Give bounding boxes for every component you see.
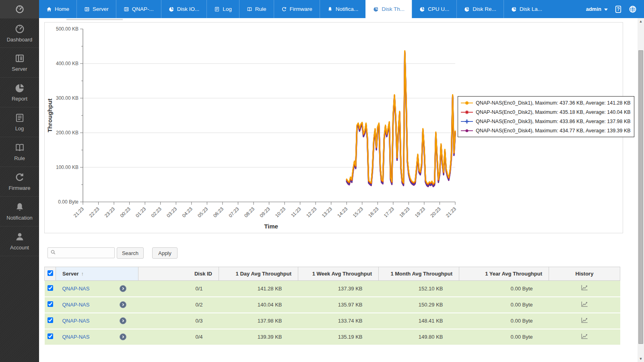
svg-text:00:23: 00:23 (119, 206, 132, 218)
caret-down-icon (604, 6, 608, 12)
bell-icon (14, 202, 25, 212)
column-header-year[interactable]: 1 Year Avg Throughput (459, 267, 549, 281)
svg-text:03:23: 03:23 (165, 206, 178, 218)
app-logo[interactable] (0, 0, 39, 18)
nav-tab-notifica[interactable]: Notifica... (320, 0, 365, 18)
sidebar-item-account[interactable]: Account (0, 226, 39, 256)
legend-label: QNAP-NAS(Enc0_Disk2), Maximum: 435.18 KB… (476, 109, 631, 115)
svg-text:19:23: 19:23 (414, 206, 426, 218)
year-avg-cell: 0.00 Byte (459, 297, 549, 313)
column-header-month[interactable]: 1 Month Avg Throughput (379, 267, 459, 281)
nav-tab-home[interactable]: Home (39, 0, 76, 18)
sidebar-item-server[interactable]: Server (0, 48, 39, 78)
help-icon[interactable]: ? (614, 5, 622, 13)
history-chart-button[interactable] (580, 301, 588, 308)
svg-text:06:23: 06:23 (212, 206, 225, 218)
svg-text:08:23: 08:23 (243, 206, 256, 218)
svg-text:14:23: 14:23 (336, 206, 349, 218)
year-avg-cell: 0.00 Byte (459, 313, 549, 329)
nav-tab-disk-io[interactable]: Disk IO... (161, 0, 207, 18)
column-header-day[interactable]: 1 Day Avg Throughput (219, 267, 298, 281)
sidebar-item-report[interactable]: Report (0, 78, 39, 107)
nav-tab-label: Home (55, 6, 69, 12)
nav-tab-disk-la[interactable]: Disk La... (504, 0, 549, 18)
table-header-row: Server↑Disk ID1 Day Avg Throughput1 Week… (45, 267, 620, 281)
row-checkbox[interactable] (47, 285, 53, 291)
select-all-checkbox[interactable] (47, 270, 53, 276)
row-checkbox[interactable] (47, 333, 53, 339)
scrollbar-thumb[interactable] (638, 50, 643, 344)
nav-tab-log[interactable]: Log (206, 0, 239, 18)
nav-tab-label: Log (223, 6, 232, 12)
server-link[interactable]: QNAP-NAS (62, 318, 90, 324)
doc-icon (14, 113, 25, 123)
nav-tab-firmware[interactable]: Firmware (274, 0, 320, 18)
pie-icon (511, 6, 517, 12)
sort-asc-icon: ↑ (81, 271, 84, 277)
row-checkbox[interactable] (47, 317, 53, 323)
svg-text:04:23: 04:23 (181, 206, 194, 218)
svg-text:21:23: 21:23 (445, 206, 457, 218)
search-input[interactable] (58, 250, 112, 256)
row-checkbox[interactable] (47, 301, 53, 307)
pie-icon (14, 83, 25, 93)
table-row: QNAP-NAS0/2140.04 KB135.97 KB150.29 KB0.… (45, 297, 620, 313)
scroll-down-arrow[interactable]: ▼ (638, 356, 644, 362)
month-avg-cell: 150.29 KB (379, 297, 459, 313)
select-all-checkbox-cell[interactable] (45, 267, 56, 281)
history-chart-button[interactable] (580, 284, 588, 291)
server-link[interactable]: QNAP-NAS (62, 334, 90, 340)
column-header-disk_id[interactable]: Disk ID (138, 267, 219, 281)
nav-tab-label: Firmware (290, 6, 312, 12)
search-button[interactable]: Search (117, 247, 144, 259)
sidebar-item-rule[interactable]: Rule (0, 137, 39, 167)
server-disk-table: Server↑Disk ID1 Day Avg Throughput1 Week… (44, 267, 620, 346)
week-avg-cell: 133.74 KB (298, 313, 379, 329)
column-header-week[interactable]: 1 Week Avg Throughput (298, 267, 379, 281)
week-avg-cell: 135.19 KB (298, 329, 379, 345)
history-chart-button[interactable] (580, 317, 588, 324)
svg-text:300.00 KB: 300.00 KB (56, 95, 78, 101)
server-link[interactable]: QNAP-NAS (62, 302, 90, 308)
nav-tab-cpu-u[interactable]: CPU U... (412, 0, 456, 18)
nav-tab-qnap[interactable]: QNAP-... (116, 0, 161, 18)
nav-tab-disk-re[interactable]: Disk Re... (456, 0, 504, 18)
apply-button[interactable]: Apply (152, 247, 178, 259)
sidebar-item-firmware[interactable]: Firmware (0, 167, 39, 197)
nav-tab-label: Notifica... (336, 6, 358, 12)
chevron-right-icon (121, 286, 125, 291)
day-avg-cell: 140.04 KB (219, 297, 298, 313)
scroll-up-arrow[interactable]: ▲ (638, 18, 644, 25)
svg-text:100.00 KB: 100.00 KB (56, 165, 78, 170)
svg-text:13:23: 13:23 (321, 206, 333, 218)
table-row: QNAP-NAS0/4139.39 KB135.19 KB149.80 KB0.… (45, 329, 620, 345)
expand-row-button[interactable] (120, 317, 126, 324)
expand-row-button[interactable] (120, 301, 126, 308)
nav-tab-rule[interactable]: Rule (239, 0, 274, 18)
user-menu[interactable]: admin (586, 6, 608, 12)
nav-tab-label: Disk IO... (177, 6, 200, 12)
search-box (47, 247, 115, 258)
nav-tab-server[interactable]: Server (76, 0, 116, 18)
sidebar-item-log[interactable]: Log (0, 107, 39, 137)
pie-icon (169, 6, 174, 12)
pie-icon (464, 6, 470, 12)
year-avg-cell: 0.00 Byte (459, 281, 549, 297)
column-header-history[interactable]: History (549, 267, 620, 281)
expand-row-button[interactable] (120, 333, 126, 340)
chevron-right-icon (121, 302, 125, 307)
plus-marker-icon (460, 119, 474, 124)
svg-text:10:23: 10:23 (274, 206, 287, 218)
history-chart-button[interactable] (580, 333, 588, 340)
vertical-scrollbar[interactable]: ▲ ▼ (638, 18, 644, 362)
legend-label: QNAP-NAS(Enc0_Disk1), Maximum: 437.36 KB… (476, 100, 631, 106)
sidebar-item-dashboard[interactable]: Dashboard (0, 18, 39, 48)
column-header-server[interactable]: Server↑ (56, 267, 138, 281)
sidebar-item-notification[interactable]: Notification (0, 197, 39, 226)
month-avg-cell: 148.41 KB (379, 313, 459, 329)
server-link[interactable]: QNAP-NAS (62, 286, 90, 292)
globe-icon[interactable] (629, 5, 637, 13)
expand-row-button[interactable] (120, 285, 126, 292)
nav-tab-disk-th[interactable]: Disk Th... (365, 0, 412, 18)
svg-text:20:23: 20:23 (429, 206, 442, 218)
